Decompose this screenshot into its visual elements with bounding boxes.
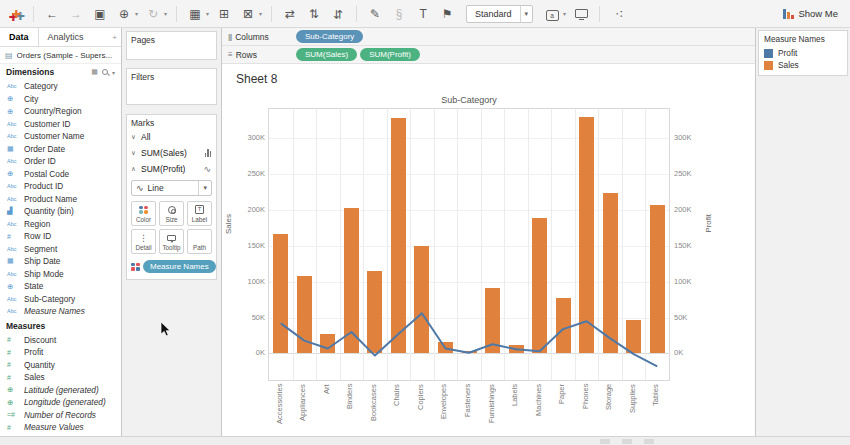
field-row-customer-id[interactable]: AbcCustomer ID [0,118,121,131]
text-label-icon[interactable]: T [414,5,432,23]
number-field-icon: # [7,361,24,368]
format-icon[interactable]: § [390,5,408,23]
save-icon[interactable]: ▣ [91,5,109,23]
field-row-region[interactable]: AbcRegion [0,218,121,231]
dropdown-caret-icon[interactable]: ▾ [259,10,262,17]
field-row-customer-name[interactable]: AbcCustomer Name [0,130,121,143]
field-row-sub-category[interactable]: AbcSub-Category [0,293,121,306]
sort-menu-icon[interactable]: ▾ [112,69,115,76]
measure-names-pill[interactable]: Measure Names [143,260,216,273]
sort-ascending-icon[interactable]: ⇅ [305,5,323,23]
field-row-city[interactable]: ⊕City [0,93,121,106]
fit-selector-value: Standard [467,9,520,19]
mark-type-value: Line [148,183,164,193]
status-icon[interactable] [622,439,632,444]
fit-selector[interactable]: Standard ▾ [466,5,533,23]
tooltip-button[interactable]: Tooltip [159,229,184,254]
pill-sub-category[interactable]: Sub-Category [296,30,363,43]
status-icon[interactable] [644,439,654,444]
legend-item-sales[interactable]: Sales [764,59,842,71]
pill-sum-sales-[interactable]: SUM(Sales) [296,48,357,61]
field-label: Product ID [24,181,63,191]
color-legend-card[interactable]: Measure Names ProfitSales [758,30,848,76]
chart-plot-area[interactable] [268,108,670,381]
fix-axes-icon[interactable]: ⚑ [438,5,456,23]
field-row-profit[interactable]: #Profit [0,346,121,359]
field-row-order-date[interactable]: ▦Order Date [0,143,121,156]
show-labels-icon[interactable]: a [543,5,561,23]
size-button[interactable]: Size [159,201,184,226]
chevron-down-icon[interactable]: ∨ [131,133,141,141]
legend-label: Profit [778,48,797,58]
refresh-datasource-icon[interactable]: ↻ [144,5,162,23]
redo-icon[interactable]: → [67,5,85,23]
field-row-ship-mode[interactable]: AbcShip Mode [0,268,121,281]
field-row-sales[interactable]: #Sales [0,371,121,384]
field-row-category[interactable]: AbcCategory [0,80,121,93]
new-worksheet-icon[interactable]: ▦ [186,5,204,23]
status-icon[interactable] [600,439,610,444]
pill-sum-profit-[interactable]: SUM(Profit) [360,48,420,61]
field-row-number-of-records[interactable]: =#Number of Records [0,409,121,422]
field-row-longitude-generated-[interactable]: ⊕Longitude (generated) [0,396,121,409]
color-button[interactable]: Color [131,201,156,226]
field-row-row-id[interactable]: #Row ID [0,230,121,243]
datasource-row[interactable]: ▤ Orders (Sample - Supers... [0,47,121,64]
field-row-latitude-generated-[interactable]: ⊕Latitude (generated) [0,384,121,397]
swap-rows-columns-icon[interactable]: ⇄ [281,5,299,23]
field-row-measure-names[interactable]: AbcMeasure Names [0,305,121,318]
field-row-country-region[interactable]: ⊕Country/Region [0,105,121,118]
clear-sheet-icon[interactable]: ⊠ [239,5,257,23]
toolbar-separator [33,6,34,22]
field-row-product-name[interactable]: AbcProduct Name [0,193,121,206]
detail-button[interactable]: ⋮Detail [131,229,156,254]
chevron-down-icon[interactable]: ▾ [520,6,533,22]
field-row-discount[interactable]: #Discount [0,334,121,347]
marks-item-sum-sales-[interactable]: ∨SUM(Sales) [131,146,212,160]
field-row-segment[interactable]: AbcSegment [0,243,121,256]
dropdown-caret-icon[interactable]: ▾ [135,10,138,17]
field-row-measure-values[interactable]: #Measure Values [0,421,121,434]
dropdown-caret-icon[interactable]: ▾ [563,10,566,17]
tab-data[interactable]: Data [0,28,39,46]
highlight-icon[interactable]: ✎ [366,5,384,23]
presentation-mode-icon[interactable] [572,5,590,23]
field-row-product-id[interactable]: AbcProduct ID [0,180,121,193]
legend-swatch-profit [764,49,773,58]
tab-analytics[interactable]: Analytics [39,28,93,46]
filters-shelf[interactable]: Filters [126,68,217,105]
field-row-postal-code[interactable]: ⊕Postal Code [0,168,121,181]
new-datasource-icon[interactable]: ⊕ [115,5,133,23]
show-me-button[interactable]: Show Me [783,8,842,19]
field-row-quantity[interactable]: #Quantity [0,359,121,372]
dropdown-caret-icon[interactable]: ▾ [206,10,209,17]
pages-shelf[interactable]: Pages [126,31,217,60]
field-row-order-id[interactable]: AbcOrder ID [0,155,121,168]
detail-icon: ⋮ [139,233,148,243]
path-button[interactable]: Path [187,229,212,254]
columns-shelf[interactable]: ||| Columns Sub-Category [222,28,755,46]
chevron-down-icon[interactable]: ∨ [131,149,141,157]
marks-item-all[interactable]: ∨All [131,130,212,144]
rows-shelf[interactable]: ≡ Rows SUM(Sales)SUM(Profit) [222,46,755,64]
profit-line[interactable] [269,109,669,380]
toolbar-separator [599,6,600,22]
sort-descending-icon[interactable]: ⇅ [329,5,347,23]
marks-item-sum-profit-[interactable]: ∧SUM(Profit)∿ [131,162,212,176]
field-row-quantity-bin-[interactable]: ▟Quantity (bin) [0,205,121,218]
pane-pin-icon[interactable]: + [112,33,117,42]
field-row-state[interactable]: ⊕State [0,280,121,293]
chevron-down-icon[interactable]: ▾ [198,181,211,195]
string-field-icon: Abc [7,221,24,227]
view-data-icon[interactable]: ▦ [91,68,98,76]
search-icon[interactable] [102,69,108,75]
share-icon[interactable]: ∴ [609,5,627,23]
undo-icon[interactable]: ← [43,5,61,23]
chevron-up-icon[interactable]: ∧ [131,165,141,173]
label-button[interactable]: TLabel [187,201,212,226]
legend-item-profit[interactable]: Profit [764,47,842,59]
dropdown-caret-icon[interactable]: ▾ [164,10,167,17]
duplicate-sheet-icon[interactable]: ⊞ [215,5,233,23]
field-row-ship-date[interactable]: ▦Ship Date [0,255,121,268]
mark-type-dropdown[interactable]: ∿ Line ▾ [131,180,212,196]
